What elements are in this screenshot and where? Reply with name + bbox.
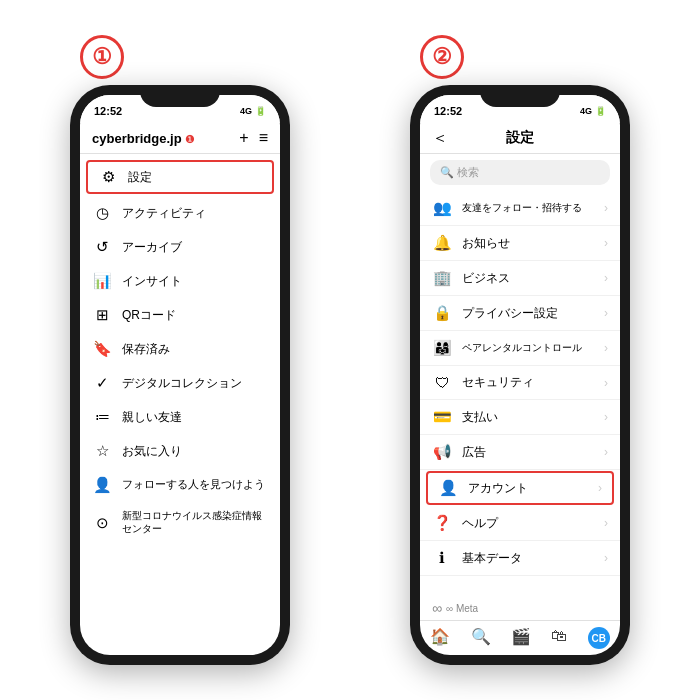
qr-label: QRコード — [122, 307, 176, 324]
basic-data-icon: ℹ — [432, 549, 452, 567]
nav-shop-icon[interactable]: 🛍 — [551, 627, 567, 649]
close-friends-label: 親しい友達 — [122, 409, 182, 426]
menu-icon[interactable]: ≡ — [259, 129, 268, 147]
activity-label: アクティビティ — [122, 205, 206, 222]
ads-label: 広告 — [462, 445, 486, 460]
chevron-payment: › — [604, 410, 608, 424]
menu-item-saved[interactable]: 🔖 保存済み — [80, 332, 280, 366]
meta-label: ∞ Meta — [446, 603, 478, 614]
chevron-privacy: › — [604, 306, 608, 320]
time1: 12:52 — [94, 105, 122, 117]
notch2 — [480, 85, 560, 107]
menu-item-digital[interactable]: ✓ デジタルコレクション — [80, 366, 280, 400]
chevron-business: › — [604, 271, 608, 285]
menu-parental[interactable]: 👨‍👩‍👧 ペアレンタルコントロール › — [420, 331, 620, 366]
header-icons: + ≡ — [239, 129, 268, 147]
menu-item-favorites[interactable]: ☆ お気に入り — [80, 434, 280, 468]
digital-icon: ✓ — [92, 374, 112, 392]
notification-icon: 🔔 — [432, 234, 452, 252]
menu-account[interactable]: 👤 アカウント › — [426, 471, 614, 505]
screen2-header: ＜ 設定 — [420, 123, 620, 154]
search-placeholder: 🔍 検索 — [440, 165, 479, 180]
menu-item-activity[interactable]: ◷ アクティビティ — [80, 196, 280, 230]
signal1: 4G — [240, 106, 252, 116]
phone1-inner: 12:52 4G 🔋 cyberbridge.jp ❶ + ≡ — [80, 95, 280, 655]
payment-label: 支払い — [462, 410, 498, 425]
chevron-notification: › — [604, 236, 608, 250]
nav-search-icon[interactable]: 🔍 — [471, 627, 491, 649]
chevron-security: › — [604, 376, 608, 390]
screen2-list: 👥 友達をフォロー・招待する › 🔔 お知らせ › — [420, 191, 620, 596]
plus-icon[interactable]: + — [239, 129, 248, 147]
archive-icon: ↺ — [92, 238, 112, 256]
status-icons2: 4G 🔋 — [580, 106, 606, 116]
step2-badge: ② — [420, 35, 464, 79]
privacy-label: プライバシー設定 — [462, 306, 558, 321]
app-header: cyberbridge.jp ❶ + ≡ — [80, 123, 280, 154]
phone2: 12:52 4G 🔋 ＜ 設定 🔍 検索 — [410, 85, 630, 665]
nav-home-icon[interactable]: 🏠 — [430, 627, 450, 649]
phone2-inner: 12:52 4G 🔋 ＜ 設定 🔍 検索 — [420, 95, 620, 655]
menu-payment[interactable]: 💳 支払い › — [420, 400, 620, 435]
menu-privacy[interactable]: 🔒 プライバシー設定 › — [420, 296, 620, 331]
app-logo: cyberbridge.jp ❶ — [92, 129, 195, 147]
menu-basic-data[interactable]: ℹ 基本データ › — [420, 541, 620, 576]
notch1 — [140, 85, 220, 107]
menu-item-qr[interactable]: ⊞ QRコード — [80, 298, 280, 332]
payment-icon: 💳 — [432, 408, 452, 426]
menu-item-settings[interactable]: ⚙ 設定 — [86, 160, 274, 194]
menu-business[interactable]: 🏢 ビジネス › — [420, 261, 620, 296]
archive-label: アーカイブ — [122, 239, 182, 256]
help-label: ヘルプ — [462, 516, 498, 531]
nav-avatar[interactable]: CB — [588, 627, 610, 649]
settings-icon: ⚙ — [98, 168, 118, 186]
meta-logo: ∞ ∞ Meta — [420, 596, 620, 620]
nav-reels-icon[interactable]: 🎬 — [511, 627, 531, 649]
parental-label: ペアレンタルコントロール — [462, 341, 582, 355]
search-bar[interactable]: 🔍 検索 — [430, 160, 610, 185]
find-people-icon: 👤 — [92, 476, 112, 494]
phone2-wrapper: ② 12:52 4G 🔋 ＜ 設定 🔍 — [410, 35, 630, 665]
security-label: セキュリティ — [462, 375, 534, 390]
favorites-icon: ☆ — [92, 442, 112, 460]
notification-label: お知らせ — [462, 236, 510, 251]
menu-item-insight[interactable]: 📊 インサイト — [80, 264, 280, 298]
menu-item-close-friends[interactable]: ≔ 親しい友達 — [80, 400, 280, 434]
step1-badge: ① — [80, 35, 124, 79]
follow-label: 友達をフォロー・招待する — [462, 201, 582, 215]
screen2-title: 設定 — [506, 129, 534, 147]
menu-help[interactable]: ❓ ヘルプ › — [420, 506, 620, 541]
meta-infinity: ∞ — [432, 600, 442, 616]
back-button[interactable]: ＜ — [432, 128, 448, 149]
ads-icon: 📢 — [432, 443, 452, 461]
chevron-basic-data: › — [604, 551, 608, 565]
business-icon: 🏢 — [432, 269, 452, 287]
insight-icon: 📊 — [92, 272, 112, 290]
covid-label: 新型コロナウイルス感染症情報センター — [122, 510, 268, 536]
help-icon: ❓ — [432, 514, 452, 532]
menu-item-archive[interactable]: ↺ アーカイブ — [80, 230, 280, 264]
security-icon: 🛡 — [432, 374, 452, 391]
settings-label: 設定 — [128, 169, 152, 186]
activity-icon: ◷ — [92, 204, 112, 222]
page-container: ① 12:52 4G 🔋 cyberbridge.jp ❶ — [0, 0, 700, 700]
menu-ads[interactable]: 📢 広告 › — [420, 435, 620, 470]
menu-notification[interactable]: 🔔 お知らせ › — [420, 226, 620, 261]
chevron-ads: › — [604, 445, 608, 459]
menu-follow[interactable]: 👥 友達をフォロー・招待する › — [420, 191, 620, 226]
phone1: 12:52 4G 🔋 cyberbridge.jp ❶ + ≡ — [70, 85, 290, 665]
chevron-help: › — [604, 516, 608, 530]
menu-security[interactable]: 🛡 セキュリティ › — [420, 366, 620, 400]
saved-icon: 🔖 — [92, 340, 112, 358]
saved-label: 保存済み — [122, 341, 170, 358]
chevron-parental: › — [604, 341, 608, 355]
account-label: アカウント — [468, 481, 528, 496]
close-friends-icon: ≔ — [92, 408, 112, 426]
parental-icon: 👨‍👩‍👧 — [432, 339, 452, 357]
signal2: 4G — [580, 106, 592, 116]
find-people-label: フォローする人を見つけよう — [122, 478, 265, 492]
menu-item-find-people[interactable]: 👤 フォローする人を見つけよう — [80, 468, 280, 502]
menu-item-covid[interactable]: ⊙ 新型コロナウイルス感染症情報センター — [80, 502, 280, 544]
chevron-account: › — [598, 481, 602, 495]
business-label: ビジネス — [462, 271, 510, 286]
